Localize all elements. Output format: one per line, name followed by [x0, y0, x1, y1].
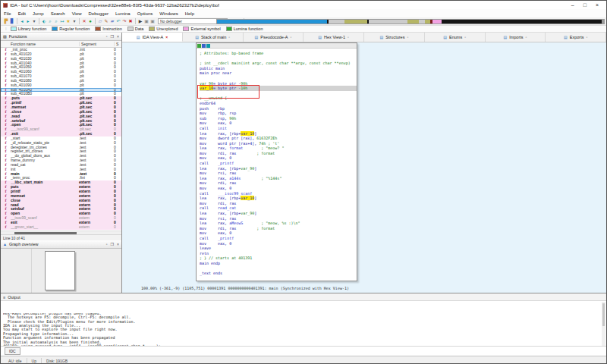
graph-overview-canvas[interactable] [1, 249, 121, 293]
code-line[interactable]: mov rsi, rax [200, 216, 357, 221]
code-line[interactable]: mov eax, 0 [200, 155, 357, 161]
menu-edit[interactable]: Edit [18, 11, 26, 16]
open-file-icon[interactable]: ▛ [3, 18, 9, 25]
save-icon[interactable]: ▊ [9, 18, 15, 25]
undo-icon[interactable]: ↶ [115, 18, 121, 25]
patch-icon[interactable]: ▰ [109, 18, 115, 25]
tab-hex-view-1[interactable]: ▤Hex View-1▫ [304, 33, 364, 42]
code-line[interactable]: mov word ptr [rax+4], 74h ; 't' [200, 141, 357, 146]
column-segment[interactable]: Segment [79, 42, 114, 46]
code-line[interactable]: main proc near [200, 71, 357, 76]
tab-detach-icon[interactable]: ▫ [526, 35, 527, 39]
menu-windows[interactable]: Windows [159, 11, 178, 16]
code-line[interactable]: mov rdi, rax [200, 201, 357, 206]
tab-imports[interactable]: ▤Imports▫ [486, 33, 546, 42]
tab-pseudocode-a[interactable]: ▤Pseudocode-A▫ [244, 33, 304, 42]
column-start[interactable]: S [114, 42, 121, 46]
tab-detach-icon[interactable]: ▫ [290, 35, 291, 39]
code-line[interactable]: ; Attributes: bp-based frame [200, 51, 357, 56]
code-line[interactable]: mov eax, 0 [200, 241, 357, 246]
code-line[interactable]: call _printf [200, 236, 357, 241]
hscrollbar-thumb[interactable] [14, 232, 77, 234]
code-line[interactable] [200, 266, 357, 271]
cli-language-button[interactable]: IDC [5, 347, 20, 355]
minimize-button[interactable]: – [571, 2, 574, 8]
function-row[interactable]: f__gmon_start__extern0 [1, 225, 121, 230]
search-next-icon[interactable]: ⌕ [53, 18, 59, 25]
panel-close-icon[interactable]: × [117, 34, 119, 39]
code-line[interactable]: mov dword ptr [rax], 61632F2Eh [200, 136, 357, 141]
tab-detach-icon[interactable]: ▫ [407, 35, 408, 39]
disassembly-window-titlestrip[interactable] [197, 43, 357, 49]
code-line[interactable]: mov rdi, rax [200, 180, 357, 186]
graph-overview-viewport[interactable] [45, 251, 75, 290]
tab-stack-of-main[interactable]: ▤Stack of main▫ [183, 33, 244, 42]
output-vscrollbar[interactable] [602, 302, 605, 346]
functions-hscrollbar[interactable] [1, 231, 121, 234]
menu-view[interactable]: View [72, 11, 82, 16]
debug-stop-icon[interactable]: ▣ [149, 18, 156, 25]
code-line[interactable]: lea rax, a144s ; "%144s" [200, 176, 357, 181]
lumina-icon[interactable]: ★ [65, 18, 71, 25]
code-line[interactable]: sub rsp, 90h [200, 116, 357, 121]
code-line[interactable]: mov eax, 0 [200, 231, 357, 236]
code-line[interactable]: call read_cat [200, 206, 357, 211]
code-line[interactable]: mov rdi, rax ; format [200, 151, 357, 156]
code-line[interactable] [200, 56, 357, 61]
tab-detach-icon[interactable]: ▫ [464, 35, 466, 39]
debug-pause-icon[interactable]: ▣ [143, 18, 149, 25]
menu-options[interactable]: Options [137, 11, 153, 16]
code-line[interactable]: lea rax, [rbp+var_10] [200, 131, 357, 136]
back-icon[interactable]: ◂ [19, 18, 25, 25]
code-line[interactable]: ; } // starts at 401391 [200, 256, 357, 261]
tab-detach-icon[interactable]: ▫ [586, 35, 587, 39]
vscrollbar-thumb[interactable] [602, 303, 605, 326]
history-dropdown-icon[interactable]: ▾ [31, 18, 37, 25]
code-line[interactable]: mov rsi, rax [200, 171, 357, 176]
menu-help[interactable]: Help [185, 11, 194, 16]
forward-icon[interactable]: ▸ [25, 18, 31, 25]
disassembly-window[interactable]: ; Attributes: bp-based frame; int __cdec… [196, 42, 357, 281]
tab-structures[interactable]: ▤Structures▫ [364, 33, 425, 42]
tab-detach-icon[interactable]: ▫ [348, 35, 349, 39]
code-line[interactable]: mov rbp, rsp [200, 111, 357, 116]
menu-debugger[interactable]: Debugger [89, 11, 109, 16]
functions-column-header[interactable]: Function name Segment S [1, 41, 121, 48]
debug-start-icon[interactable]: ▶ [137, 18, 143, 25]
edit-struct-icon[interactable]: ▱ [97, 18, 103, 25]
panel-restore-icon[interactable]: ▫ [106, 34, 108, 39]
code-line[interactable]: _text ends [200, 271, 357, 276]
tab-exports[interactable]: ▤Exports▫ [546, 33, 606, 42]
close-button[interactable]: × [596, 2, 599, 8]
code-line[interactable]: push rbp [200, 106, 357, 111]
resume-icon[interactable]: ● [87, 18, 93, 25]
panel-float-icon[interactable]: ❐ [111, 34, 114, 39]
edit-icon[interactable]: ✎ [103, 18, 109, 25]
nav-icon[interactable]: ⬖ [41, 18, 47, 25]
tab-enums[interactable]: ▤Enums▫ [425, 33, 486, 42]
ida-view-canvas[interactable]: ; Attributes: bp-based frame; int __cdec… [122, 42, 606, 293]
menu-jump[interactable]: Jump [33, 11, 44, 16]
menu-lumina[interactable]: Lumina [115, 11, 131, 16]
column-function-name[interactable]: Function name [1, 42, 79, 46]
lumina-dropdown-icon[interactable]: ▾ [71, 18, 77, 25]
close-db-icon[interactable]: ✖ [127, 18, 134, 25]
code-line[interactable]: ; int __cdecl main(int argc, const char … [200, 61, 357, 66]
code-line[interactable]: lea rax, [rbp+var_90] [200, 211, 357, 216]
navigation-band[interactable] [216, 19, 605, 24]
redo-icon[interactable]: ↷ [121, 18, 127, 25]
code-line[interactable]: lea rax, format ; "meow? " [200, 146, 357, 151]
maximize-button[interactable]: □ [583, 2, 587, 8]
tab-detach-icon[interactable]: ▫ [228, 35, 230, 39]
code-line[interactable]: lea rax, [rbp+var_10] [200, 196, 357, 201]
code-line[interactable]: endbr64 [200, 101, 357, 106]
panel-float-icon[interactable]: ❐ [111, 242, 114, 246]
code-line[interactable]: lea rax, [rbp+var_90] [200, 166, 357, 171]
cancel-icon[interactable]: ✕ [81, 18, 87, 25]
code-line[interactable]: lea rax, aMeowS ; "meow, %s :)\n" [200, 221, 357, 226]
tab-ida-view-a[interactable]: ▤IDA View-A× [122, 33, 183, 42]
tab-close-icon[interactable]: × [165, 35, 168, 39]
disassembly-listing[interactable]: ; Attributes: bp-based frame; int __cdec… [197, 49, 357, 276]
menu-search[interactable]: Search [51, 11, 65, 16]
menu-file[interactable]: File [4, 11, 11, 16]
